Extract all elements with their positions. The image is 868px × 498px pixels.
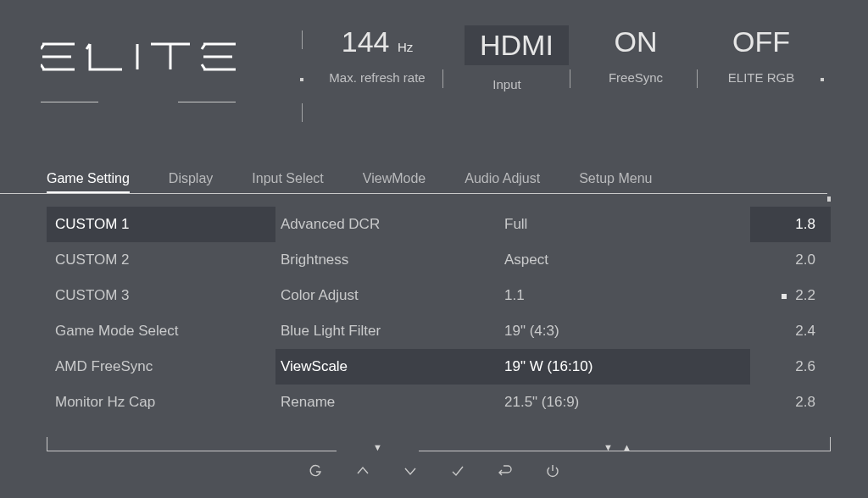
brand-logo — [41, 41, 237, 76]
tab-display[interactable]: Display — [169, 171, 213, 193]
bracket-right — [830, 437, 831, 451]
nav-g-icon[interactable] — [308, 464, 323, 480]
input-value: HDMI — [465, 25, 569, 65]
menu-item-custom3[interactable]: CUSTOM 3 — [47, 278, 275, 313]
nav-power-icon[interactable] — [545, 464, 560, 480]
header-tick — [570, 69, 570, 88]
dot-icon — [300, 78, 303, 81]
tab-underline-end — [827, 196, 831, 202]
freesync-value: ON — [593, 25, 678, 58]
option-1-1[interactable]: 1.1 — [499, 278, 750, 313]
bracket-h-right — [419, 451, 831, 451]
nav-down-icon[interactable] — [403, 464, 418, 480]
menu-item-rename[interactable]: Rename — [275, 385, 499, 420]
nav-back-icon[interactable] — [498, 464, 513, 480]
header-tick — [442, 69, 443, 88]
menu-item-amd-freesync[interactable]: AMD FreeSync — [47, 349, 275, 385]
menu-item-advanced-dcr[interactable]: Advanced DCR — [275, 207, 499, 242]
nav-check-icon[interactable] — [450, 464, 465, 480]
option-full[interactable]: Full — [499, 207, 750, 242]
refresh-unit: Hz — [398, 40, 413, 54]
menu-item-color-adjust[interactable]: Color Adjust — [275, 278, 499, 313]
tab-audio-adjust[interactable]: Audio Adjust — [465, 171, 540, 193]
menu-item-game-mode-select[interactable]: Game Mode Select — [47, 313, 275, 349]
menu-col-values: 1.8 2.0 2.2 2.4 2.6 2.8 — [750, 207, 831, 440]
stat-input: HDMI Input — [465, 25, 549, 91]
menu-col-settings: Advanced DCR Brightness Color Adjust Blu… — [275, 207, 499, 440]
stat-refresh-rate: 144 Hz Max. refresh rate — [314, 25, 441, 85]
osd-nav-bar — [0, 464, 868, 480]
input-label: Input — [465, 77, 549, 91]
bracket-h-left — [47, 451, 337, 451]
scroll-down-icon[interactable]: ▼ — [373, 442, 382, 452]
logo-underline-right — [178, 102, 236, 102]
menu-item-blue-light-filter[interactable]: Blue Light Filter — [275, 313, 499, 349]
tab-game-setting[interactable]: Game Setting — [47, 171, 130, 193]
header-tick — [302, 30, 303, 49]
value-2-4[interactable]: 2.4 — [750, 313, 831, 349]
menu-item-custom1[interactable]: CUSTOM 1 — [47, 207, 275, 242]
menu-item-custom2[interactable]: CUSTOM 2 — [47, 242, 275, 278]
tab-viewmode[interactable]: ViewMode — [363, 171, 426, 193]
tab-setup-menu[interactable]: Setup Menu — [579, 171, 652, 193]
freesync-label: FreeSync — [593, 70, 678, 85]
header-tick — [697, 69, 698, 88]
option-21-5-16-9[interactable]: 21.5" (16:9) — [499, 385, 750, 420]
value-2-2[interactable]: 2.2 — [750, 278, 831, 313]
menu-item-viewscale[interactable]: ViewScale — [275, 349, 499, 385]
bracket-left — [47, 437, 47, 451]
tab-input-select[interactable]: Input Select — [252, 171, 324, 193]
option-19w-16-10[interactable]: 19" W (16:10) — [499, 349, 750, 385]
logo-underline-left — [41, 102, 98, 102]
option-19-4-3[interactable]: 19" (4:3) — [499, 313, 750, 349]
tab-underline — [0, 193, 827, 194]
stat-elite-rgb: OFF ELITE RGB — [719, 25, 804, 85]
menu-col-viewscale-options: Full Aspect 1.1 19" (4:3) 19" W (16:10) … — [499, 207, 750, 440]
header-tick — [302, 103, 303, 122]
current-marker-icon — [782, 294, 787, 299]
refresh-label: Max. refresh rate — [314, 70, 441, 85]
menu-item-brightness[interactable]: Brightness — [275, 242, 499, 278]
rgb-label: ELITE RGB — [719, 70, 804, 85]
value-2-6[interactable]: 2.6 — [750, 349, 831, 385]
nav-up-icon[interactable] — [355, 464, 370, 480]
stat-freesync: ON FreeSync — [593, 25, 678, 85]
option-aspect[interactable]: Aspect — [499, 242, 750, 278]
dot-icon — [821, 78, 824, 81]
menu-item-monitor-hz-cap[interactable]: Monitor Hz Cap — [47, 385, 275, 420]
value-1-8[interactable]: 1.8 — [750, 207, 831, 242]
menu-col-profiles: CUSTOM 1 CUSTOM 2 CUSTOM 3 Game Mode Sel… — [47, 207, 275, 440]
main-tabs: Game Setting Display Input Select ViewMo… — [47, 171, 826, 193]
value-2-0[interactable]: 2.0 — [750, 242, 831, 278]
value-2-2-label: 2.2 — [795, 287, 815, 303]
rgb-value: OFF — [719, 25, 804, 58]
refresh-value: 144 — [342, 25, 390, 58]
menu-columns: CUSTOM 1 CUSTOM 2 CUSTOM 3 Game Mode Sel… — [47, 207, 831, 440]
value-2-8[interactable]: 2.8 — [750, 385, 831, 420]
